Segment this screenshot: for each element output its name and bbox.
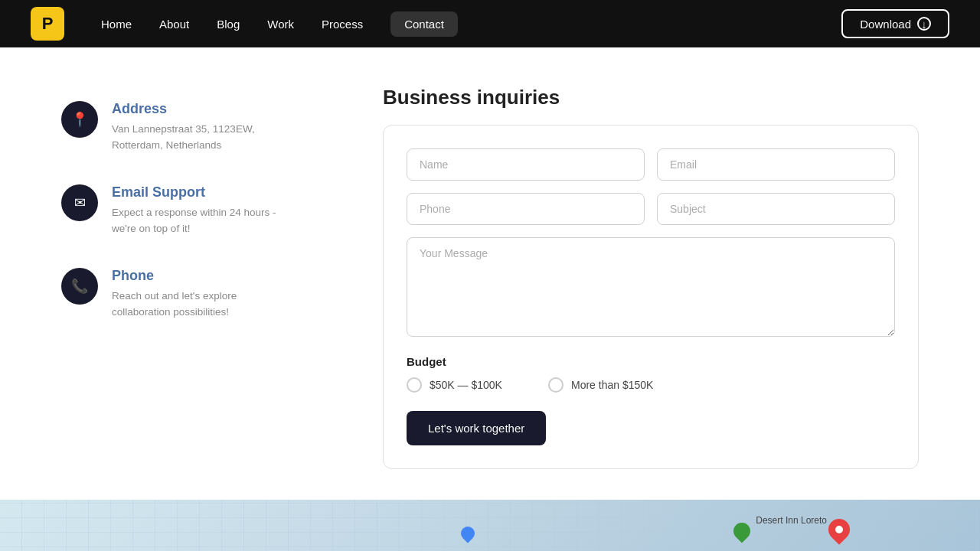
message-textarea[interactable] [407, 237, 895, 337]
nav-links: Home About Blog Work Process Contact [101, 11, 458, 37]
form-card: Budget $50K — $100K More than $150K Let'… [383, 125, 919, 469]
budget-options: $50K — $100K More than $150K [407, 377, 895, 393]
budget-option-1-label: $50K — $100K [430, 379, 502, 391]
phone-title: Phone [112, 268, 237, 284]
subject-input[interactable] [657, 193, 895, 225]
map-strip: Desert Inn Loreto [0, 500, 980, 551]
budget-option-1[interactable]: $50K — $100K [407, 377, 502, 393]
email-title: Email Support [112, 184, 276, 201]
form-row-1 [407, 148, 895, 181]
email-info: Email Support Expect a response within 2… [112, 184, 276, 237]
left-panel: 📍 Address Van Lannepstraat 35, 1123EW, R… [61, 86, 322, 469]
address-title: Address [112, 101, 255, 117]
map-location-label: Desert Inn Loreto [756, 515, 827, 526]
phone-icon: 📞 [61, 268, 98, 305]
phone-desc: Reach out and let's explore collaboratio… [112, 289, 237, 321]
main-content: 📍 Address Van Lannepstraat 35, 1123EW, R… [0, 47, 980, 469]
address-line1: Van Lannepstraat 35, 1123EW, Rotterdam, … [112, 122, 255, 154]
email-input[interactable] [657, 148, 895, 181]
email-icon: ✉ [61, 184, 98, 221]
email-item: ✉ Email Support Expect a response within… [61, 184, 322, 237]
nav-work[interactable]: Work [267, 18, 294, 31]
download-label: Download [860, 18, 911, 31]
navbar-left: P Home About Blog Work Process Contact [31, 7, 458, 41]
email-desc: Expect a response within 24 hours - we'r… [112, 205, 276, 237]
download-button[interactable]: Download ↓ [841, 9, 949, 38]
submit-button[interactable]: Let's work together [407, 411, 546, 445]
phone-input[interactable] [407, 193, 645, 225]
nav-contact[interactable]: Contact [390, 11, 458, 37]
address-icon: 📍 [61, 101, 98, 138]
radio-2[interactable] [548, 377, 564, 393]
nav-process[interactable]: Process [322, 18, 363, 31]
phone-info: Phone Reach out and let's explore collab… [112, 268, 237, 321]
nav-blog[interactable]: Blog [217, 18, 240, 31]
nav-about[interactable]: About [159, 18, 189, 31]
form-row-2 [407, 193, 895, 225]
radio-1[interactable] [407, 377, 422, 393]
budget-option-2[interactable]: More than $150K [548, 377, 653, 393]
name-input[interactable] [407, 148, 645, 181]
download-icon: ↓ [917, 17, 931, 31]
nav-home[interactable]: Home [101, 18, 132, 31]
right-panel: Business inquiries Budget $50K — $100K [383, 86, 919, 469]
address-item: 📍 Address Van Lannepstraat 35, 1123EW, R… [61, 101, 322, 154]
logo[interactable]: P [31, 7, 64, 41]
budget-label: Budget [407, 355, 895, 368]
form-title: Business inquiries [383, 86, 919, 109]
address-info: Address Van Lannepstraat 35, 1123EW, Rot… [112, 101, 255, 154]
budget-option-2-label: More than $150K [571, 379, 653, 391]
navbar: P Home About Blog Work Process Contact D… [0, 0, 980, 47]
phone-item: 📞 Phone Reach out and let's explore coll… [61, 268, 322, 321]
